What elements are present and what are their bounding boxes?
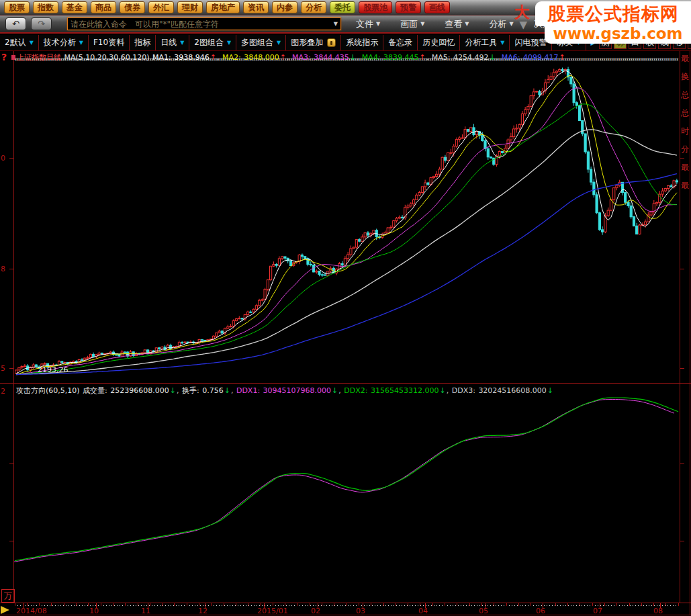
sub-chart-header: 攻击方向(60,5,10) 成交量: 252396608.000↓, 换手: 0…	[16, 386, 554, 396]
tab-2默认[interactable]: 2默认▼	[0, 35, 39, 50]
menu-button-商品[interactable]: 商品	[91, 1, 116, 13]
field-label: DDX3:	[452, 386, 478, 395]
tab-备忘录[interactable]: 备忘录	[383, 35, 418, 50]
menu-button-债券[interactable]: 债券	[120, 1, 145, 13]
sub-chart-title: 攻击方向(60,5,10)	[16, 386, 82, 395]
menu-button-房地产[interactable]: 房地产	[206, 1, 240, 13]
ddx-lines	[11, 398, 678, 562]
ma-param-label: MA(5,10,20,30,60,120)	[62, 53, 150, 62]
tab-label: 历史回忆	[422, 37, 455, 48]
pencil-icon[interactable]	[1, 606, 9, 614]
y-axis-fragment: 0	[1, 154, 5, 163]
forward-button[interactable]: ↷	[31, 17, 52, 30]
tab-系统指示[interactable]: 系统指示	[341, 35, 383, 50]
tab-多图组合[interactable]: 多图组合▼	[236, 35, 286, 50]
trend-arrow-icon: ↑	[280, 53, 286, 62]
menu-arrow-icon: ▼	[420, 21, 424, 27]
tab-F10资料[interactable]: F10资料	[89, 35, 130, 50]
x-axis-label: 07	[593, 607, 602, 615]
tab-日线[interactable]: 日线▼	[156, 35, 189, 50]
menu-分析[interactable]: 分析▼	[489, 18, 513, 30]
tab-label: 多图组合	[241, 37, 273, 48]
axis-frame	[0, 51, 691, 615]
panel-corner-icon: ?	[1, 52, 7, 62]
trend-arrow-icon: ↓	[224, 386, 230, 395]
tab-技术分析[interactable]: 技术分析▼	[39, 35, 89, 50]
separator: ,	[338, 386, 343, 395]
menu-button-委托[interactable]: 委托	[330, 1, 355, 13]
low-price-label: 2193.26	[38, 365, 68, 374]
strip-char: 最	[681, 54, 690, 63]
field-label: DDX1:	[236, 386, 263, 395]
right-quote-strip[interactable]: 最换总总时分最最	[681, 54, 690, 605]
tab-分析工具[interactable]: 分析工具▼	[460, 35, 510, 50]
tab-label: 指标	[134, 37, 150, 48]
tab-指标[interactable]: 指标	[130, 35, 156, 50]
tab-2图组合[interactable]: 2图组合▼	[189, 35, 236, 50]
menu-label: 查看	[445, 18, 462, 30]
field-value: 252396608.000	[110, 386, 169, 395]
trend-arrow-icon: ↓	[439, 386, 445, 395]
tab-历史回忆[interactable]: 历史回忆	[418, 35, 460, 50]
ma-lines	[16, 71, 677, 374]
ma-value: 3839.445	[383, 53, 419, 62]
trend-arrow-icon: ↑	[210, 53, 216, 62]
menu-button-股票[interactable]: 股票	[4, 1, 30, 13]
menu-button-股票池[interactable]: 股票池	[359, 1, 392, 13]
trend-arrow-icon: ↓	[350, 53, 356, 62]
strip-char: 分	[681, 144, 690, 154]
menu-arrow-icon: ▼	[509, 21, 513, 27]
ma-value: 4254.492	[453, 53, 489, 62]
x-axis-label: 03	[356, 607, 365, 615]
ma-name: MA1:	[150, 53, 174, 62]
ma-name: MA5:	[429, 53, 453, 62]
separator: ,	[217, 53, 220, 62]
field-label: DDX2:	[344, 386, 370, 395]
menu-arrow-icon: ▼	[465, 21, 469, 27]
menu-button-理财[interactable]: 理财	[177, 1, 203, 13]
menu-button-预警[interactable]: 预警	[396, 1, 421, 13]
separator: ,	[426, 53, 429, 62]
menu-button-内参[interactable]: 内参	[272, 1, 297, 13]
tab-label: 日线	[160, 37, 177, 48]
ma-name: MA3:	[289, 53, 313, 62]
menu-label: 分析	[489, 18, 506, 30]
lock-icon	[327, 38, 336, 47]
tab-图形叠加[interactable]: 图形叠加	[286, 35, 341, 50]
chevron-down-icon: ▼	[277, 40, 281, 46]
tab-label: 分析工具	[465, 37, 497, 48]
menu-button-基金[interactable]: 基金	[62, 1, 87, 13]
menu-文件[interactable]: 文件▼	[356, 18, 380, 30]
menu-查看[interactable]: 查看▼	[445, 18, 469, 30]
x-axis-label: 04	[418, 607, 428, 615]
chevron-down-icon: ▼	[500, 40, 504, 46]
chevron-down-icon: ▼	[227, 40, 231, 46]
x-axis-label: 2015/01	[257, 607, 288, 615]
price-chart-svg: ****************************************…	[0, 51, 691, 616]
tab-label: 技术分析	[44, 37, 76, 48]
menu-button-分析[interactable]: 分析	[301, 1, 326, 13]
x-axis-labels: 2014/081011122015/0102030405060708	[0, 607, 691, 616]
ma-value: 3848.000	[244, 53, 279, 62]
x-axis-label: 05	[479, 607, 488, 615]
menu-label: 画面	[400, 18, 418, 30]
x-axis-label: 08	[653, 607, 663, 615]
strip-char: 总	[681, 108, 690, 118]
command-input[interactable]	[71, 19, 332, 29]
strip-char: 总	[681, 90, 690, 99]
menu-画面[interactable]: 画面▼	[400, 18, 424, 30]
menu-button-画线[interactable]: 画线	[424, 1, 450, 13]
separator: ,	[447, 386, 451, 395]
trend-arrow-icon: ↑	[420, 53, 426, 62]
menu-button-资讯[interactable]: 资讯	[243, 1, 269, 13]
back-button[interactable]: ↶	[5, 17, 26, 30]
chevron-down-icon: ▼	[30, 40, 34, 46]
menu-button-外汇[interactable]: 外汇	[148, 1, 174, 13]
logo-bg-arrow-icon: ▼	[519, 19, 527, 31]
menu-arrow-icon: ▼	[376, 21, 380, 27]
command-dropdown-icon[interactable]: ▼	[334, 21, 338, 27]
menu-button-指数[interactable]: 指数	[33, 1, 58, 13]
y-axis-fragment: 2	[1, 387, 5, 396]
logo-title: 股票公式指标网	[535, 1, 691, 26]
field-value: 31565453312.000	[371, 386, 439, 395]
